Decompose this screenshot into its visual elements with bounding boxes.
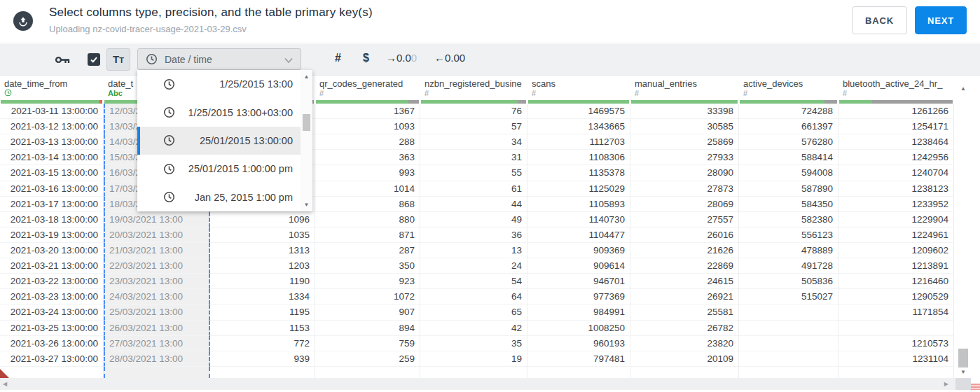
table-cell[interactable]: 1238123 — [838, 181, 954, 197]
table-cell[interactable]: 19 — [420, 351, 527, 367]
table-cell[interactable]: 1104477 — [527, 227, 630, 243]
table-cell[interactable]: 26782 — [630, 321, 739, 336]
table-cell[interactable]: 2021-03-13 13:00:00 — [0, 134, 104, 150]
table-cell[interactable]: 20109 — [630, 351, 739, 367]
table-cell[interactable]: 23820 — [630, 336, 739, 351]
table-cell[interactable]: 22/03/2021 13:00 — [104, 258, 210, 274]
table-cell[interactable]: 25869 — [630, 134, 739, 150]
table-cell[interactable]: 1108306 — [527, 150, 630, 165]
table-cell[interactable]: 27873 — [630, 181, 739, 197]
table-cell[interactable]: 2021-03-27 13:00:00 — [0, 351, 104, 367]
table-cell[interactable] — [838, 321, 954, 336]
table-cell[interactable]: 13 — [420, 243, 527, 258]
column-header-scans[interactable]: scans# — [527, 77, 630, 104]
table-cell[interactable]: 2021-03-14 13:00:00 — [0, 150, 104, 165]
table-cell[interactable]: 1343665 — [527, 119, 630, 134]
column-header-date_time_from[interactable]: date_time_from — [0, 77, 104, 104]
table-cell[interactable]: 1240704 — [838, 165, 954, 181]
table-cell[interactable]: 28/03/2021 13:00 — [104, 351, 210, 367]
table-cell[interactable]: 25/03/2021 13:00 — [104, 304, 210, 320]
column-header-active_devices[interactable]: active_devices# — [739, 77, 838, 104]
table-cell[interactable]: 2021-03-21 13:00:00 — [0, 258, 104, 274]
table-cell[interactable]: 946701 — [527, 274, 630, 289]
table-cell[interactable]: 64 — [420, 289, 527, 304]
table-cell[interactable]: 287 — [315, 243, 420, 258]
table-cell[interactable]: 31 — [420, 150, 527, 165]
table-cell[interactable]: 556123 — [739, 227, 838, 243]
table-cell[interactable]: 2021-03-23 13:00:00 — [0, 289, 104, 304]
table-cell[interactable]: 22869 — [630, 258, 739, 274]
table-cell[interactable]: 584350 — [739, 197, 838, 212]
table-cell[interactable]: 1233952 — [838, 197, 954, 212]
table-cell[interactable]: 21/03/2021 13:00 — [104, 243, 210, 258]
table-cell[interactable]: 19/03/2021 13:00 — [104, 212, 210, 227]
table-cell[interactable]: 2021-03-18 13:00:00 — [0, 212, 104, 227]
column-header-nzbn_registered_busine[interactable]: nzbn_registered_busine# — [420, 77, 527, 104]
scroll-left-icon[interactable]: ◀ — [3, 381, 7, 387]
table-cell[interactable] — [739, 321, 838, 336]
table-cell[interactable]: 1231104 — [838, 351, 954, 367]
table-cell[interactable]: 2021-03-17 13:00:00 — [0, 197, 104, 212]
table-cell[interactable]: 797481 — [527, 351, 630, 367]
table-cell[interactable]: 1254171 — [838, 119, 954, 134]
table-cell[interactable]: 34 — [420, 134, 527, 150]
table-cell[interactable]: 880 — [315, 212, 420, 227]
scroll-down-icon[interactable]: ▼ — [301, 202, 312, 208]
table-cell[interactable]: 2021-03-22 13:00:00 — [0, 274, 104, 289]
table-cell[interactable]: 1008250 — [527, 321, 630, 336]
table-cell[interactable]: 25581 — [630, 304, 739, 320]
currency-type-button[interactable]: $ — [363, 52, 369, 64]
column-header-bluetooth_active_24_hr_[interactable]: bluetooth_active_24_hr_# — [838, 77, 954, 104]
scroll-down-icon[interactable]: ▼ — [955, 369, 971, 375]
table-cell[interactable]: 587890 — [739, 181, 838, 197]
table-cell[interactable]: 594008 — [739, 165, 838, 181]
column-header-manual_entries[interactable]: manual_entries# — [630, 77, 739, 104]
dropdown-scrollbar[interactable]: ▲ ▼ — [301, 70, 312, 211]
table-cell[interactable] — [739, 304, 838, 320]
column-type-select[interactable]: Date / time — [137, 48, 301, 70]
table-horizontal-scrollbar[interactable]: ◀ ▶ — [0, 378, 955, 390]
table-cell[interactable]: 1153 — [210, 321, 315, 336]
table-cell[interactable]: 28090 — [630, 165, 739, 181]
table-cell[interactable]: 35 — [420, 336, 527, 351]
table-cell[interactable]: 21626 — [630, 243, 739, 258]
table-cell[interactable]: 772 — [210, 336, 315, 351]
table-cell[interactable]: 54 — [420, 274, 527, 289]
increase-decimal-button[interactable]: →0.00 — [386, 52, 417, 64]
table-cell[interactable]: 871 — [315, 227, 420, 243]
table-cell[interactable]: 909369 — [527, 243, 630, 258]
table-cell[interactable]: 478889 — [739, 243, 838, 258]
table-cell[interactable]: 1105893 — [527, 197, 630, 212]
table-cell[interactable]: 2021-03-15 13:00:00 — [0, 165, 104, 181]
table-cell[interactable]: 36 — [420, 227, 527, 243]
table-cell[interactable]: 363 — [315, 150, 420, 165]
table-cell[interactable]: 1469575 — [527, 104, 630, 119]
date-format-option[interactable]: 1/25/2015 13:00+03:00 — [137, 98, 301, 126]
table-cell[interactable]: 26016 — [630, 227, 739, 243]
table-cell[interactable]: 61 — [420, 181, 527, 197]
table-cell[interactable]: 1035 — [210, 227, 315, 243]
table-cell[interactable]: 49 — [420, 212, 527, 227]
table-cell[interactable]: 27557 — [630, 212, 739, 227]
table-cell[interactable]: 1140730 — [527, 212, 630, 227]
table-cell[interactable]: 28069 — [630, 197, 739, 212]
table-cell[interactable]: 582380 — [739, 212, 838, 227]
table-cell[interactable]: 588414 — [739, 150, 838, 165]
table-cell[interactable]: 1238464 — [838, 134, 954, 150]
table-cell[interactable]: 1112703 — [527, 134, 630, 150]
table-cell[interactable]: 1313 — [210, 243, 315, 258]
table-cell[interactable]: 907 — [315, 304, 420, 320]
table-cell[interactable]: 1229904 — [838, 212, 954, 227]
table-cell[interactable]: 868 — [315, 197, 420, 212]
table-cell[interactable] — [739, 336, 838, 351]
table-cell[interactable]: 259 — [315, 351, 420, 367]
table-cell[interactable]: 27933 — [630, 150, 739, 165]
table-cell[interactable]: 1203 — [210, 258, 315, 274]
column-header-qr_codes_generated[interactable]: qr_codes_generated# — [315, 77, 420, 104]
table-cell[interactable]: 27/03/2021 13:00 — [104, 336, 210, 351]
table-cell[interactable]: 1171854 — [838, 304, 954, 320]
table-cell[interactable]: 1135378 — [527, 165, 630, 181]
decrease-decimal-button[interactable]: ←0.00 — [434, 52, 465, 64]
table-cell[interactable]: 1125029 — [527, 181, 630, 197]
table-cell[interactable]: 1210573 — [838, 336, 954, 351]
